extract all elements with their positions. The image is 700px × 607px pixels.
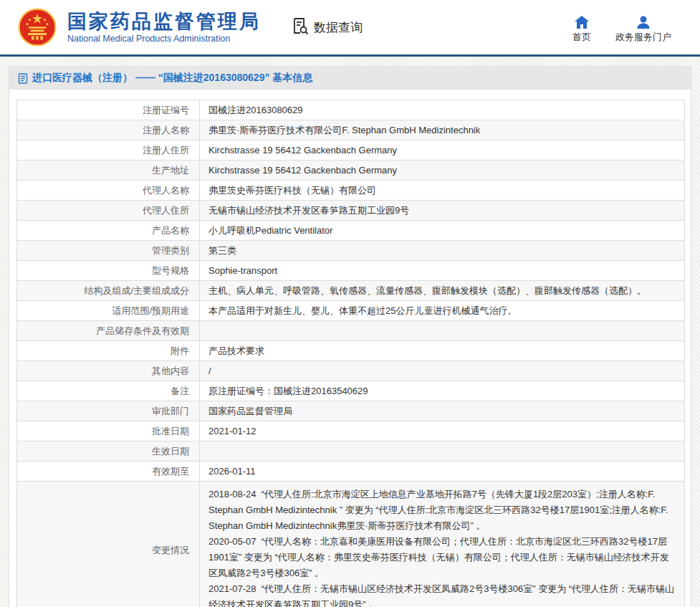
nav-gov-portal[interactable]: 政务服务门户 <box>615 16 671 44</box>
header-nav: 首页 政务服务门户 <box>572 16 671 44</box>
row-label: 产品储存条件及有效期 <box>17 321 200 341</box>
row-value <box>200 441 685 462</box>
row-value: 主机、病人单元、呼吸管路、氧传感器、流量传感器、腹部触发模块（选配）、腹部触发传… <box>200 281 685 301</box>
table-row: 型号规格Sophie-transport <box>17 261 685 281</box>
table-row: 批准日期2021-01-12 <box>17 421 685 441</box>
row-label: 注册证编号 <box>17 100 200 120</box>
row-value: 2026-01-11 <box>200 462 685 482</box>
info-table: 注册证编号国械注进20163080629 注册人名称弗里茨·斯蒂芬医疗技术有限公… <box>16 100 685 607</box>
table-row: 注册人名称弗里茨·斯蒂芬医疗技术有限公司F. Stephan GmbH Medi… <box>17 120 685 140</box>
nav-home-label: 首页 <box>572 31 591 44</box>
nmpa-emblem-logo <box>17 7 57 47</box>
row-value: 原注册证编号：国械注进20163540629 <box>200 381 685 401</box>
table-row: 附件产品技术要求 <box>17 341 685 361</box>
row-label: 注册人名称 <box>17 120 200 140</box>
row-value: 无锡市锡山经济技术开发区春笋路五期工业园9号 <box>200 201 685 221</box>
nav-home[interactable]: 首页 <box>572 16 591 44</box>
row-label: 生效日期 <box>17 441 200 462</box>
table-row: 代理人住所无锡市锡山经济技术开发区春笋路五期工业园9号 <box>17 201 685 221</box>
brand[interactable]: 国家药品监督管理局 National Medical Products Admi… <box>17 7 261 47</box>
table-row: 产品储存条件及有效期 <box>17 321 685 341</box>
content-card: 进口医疗器械（注册） —— “国械注进20163080629” 基本信息 注册证… <box>9 66 691 607</box>
row-value: 第三类 <box>200 241 685 261</box>
row-value: / <box>200 361 685 381</box>
row-label: 批准日期 <box>17 421 200 441</box>
row-value: Kirchstrasse 19 56412 Gackenbach Germany <box>200 161 685 181</box>
page-title-bar: 进口医疗器械（注册） —— “国械注进20163080629” 基本信息 <box>9 67 691 90</box>
table-row: 注册人住所Kirchstrasse 19 56412 Gackenbach Ge… <box>17 140 685 161</box>
row-value: 国械注进20163080629 <box>200 100 685 120</box>
row-value: 弗里茨史蒂芬医疗科技（无锡）有限公司 <box>200 181 685 201</box>
row-label: 审批部门 <box>17 401 200 421</box>
table-row: 产品名称小儿呼吸机Pediatric Ventilator <box>17 221 685 241</box>
row-label: 适用范围/预期用途 <box>17 301 200 321</box>
row-value: 弗里茨·斯蒂芬医疗技术有限公司F. Stephan GmbH Medizinte… <box>200 120 685 140</box>
row-value: 产品技术要求 <box>200 341 685 361</box>
row-label: 代理人名称 <box>17 181 200 201</box>
row-label: 变更情况 <box>17 482 200 607</box>
data-query-tab[interactable]: 数据查询 <box>291 16 363 39</box>
home-icon <box>575 16 589 29</box>
table-row: 其他内容/ <box>17 361 685 381</box>
row-value <box>200 321 685 341</box>
row-label: 附件 <box>17 341 200 361</box>
row-value: 国家药品监督管理局 <box>200 401 685 421</box>
site-subtitle: National Medical Products Administration <box>67 34 261 44</box>
data-query-icon <box>291 16 310 39</box>
document-icon <box>18 73 28 84</box>
row-value: 2021-01-12 <box>200 421 685 441</box>
row-value: Sophie-transport <box>200 261 685 281</box>
row-label: 代理人住所 <box>17 201 200 221</box>
table-row: 管理类别第三类 <box>17 241 685 261</box>
table-row: 结构及组成/主要组成成分主机、病人单元、呼吸管路、氧传感器、流量传感器、腹部触发… <box>17 281 685 301</box>
row-value: Kirchstrasse 19 56412 Gackenbach Germany <box>200 140 685 161</box>
site-title: 国家药品监督管理局 <box>67 11 261 32</box>
table-row: 代理人名称弗里茨史蒂芬医疗科技（无锡）有限公司 <box>17 181 685 201</box>
row-label: 备注 <box>17 381 200 401</box>
user-icon <box>636 16 651 29</box>
table-row: 适用范围/预期用途本产品适用于对新生儿、婴儿、体重不超过25公斤儿童进行机械通气… <box>17 301 685 321</box>
row-label: 生产地址 <box>17 161 200 181</box>
row-label: 其他内容 <box>17 361 200 381</box>
site-header: 国家药品监督管理局 National Medical Products Admi… <box>0 0 700 54</box>
row-label: 型号规格 <box>17 261 200 281</box>
row-value: 小儿呼吸机Pediatric Ventilator <box>200 221 685 241</box>
row-value: 2018-08-24 “代理人住所:北京市海淀区上地信息产业基地开拓路7号（先锋… <box>200 482 685 607</box>
row-label: 有效期至 <box>17 462 200 482</box>
table-row: 审批部门国家药品监督管理局 <box>17 401 685 421</box>
data-query-label: 数据查询 <box>314 19 363 36</box>
row-label: 结构及组成/主要组成成分 <box>17 281 200 301</box>
table-row: 生效日期 <box>17 441 685 462</box>
table-row: 注册证编号国械注进20163080629 <box>17 100 685 120</box>
table-row: 备注原注册证编号：国械注进20163540629 <box>17 381 685 401</box>
table-row: 生产地址Kirchstrasse 19 56412 Gackenbach Ger… <box>17 161 685 181</box>
page-title: 进口医疗器械（注册） —— “国械注进20163080629” 基本信息 <box>32 72 312 85</box>
nav-gov-portal-label: 政务服务门户 <box>615 31 671 44</box>
row-value: 本产品适用于对新生儿、婴儿、体重不超过25公斤儿童进行机械通气治疗。 <box>200 301 685 321</box>
table-row: 有效期至2026-01-11 <box>17 462 685 482</box>
table-row-changes: 变更情况2018-08-24 “代理人住所:北京市海淀区上地信息产业基地开拓路7… <box>17 482 685 607</box>
row-label: 管理类别 <box>17 241 200 261</box>
row-label: 注册人住所 <box>17 140 200 161</box>
row-label: 产品名称 <box>17 221 200 241</box>
content-area: 进口医疗器械（注册） —— “国械注进20163080629” 基本信息 注册证… <box>0 57 700 607</box>
